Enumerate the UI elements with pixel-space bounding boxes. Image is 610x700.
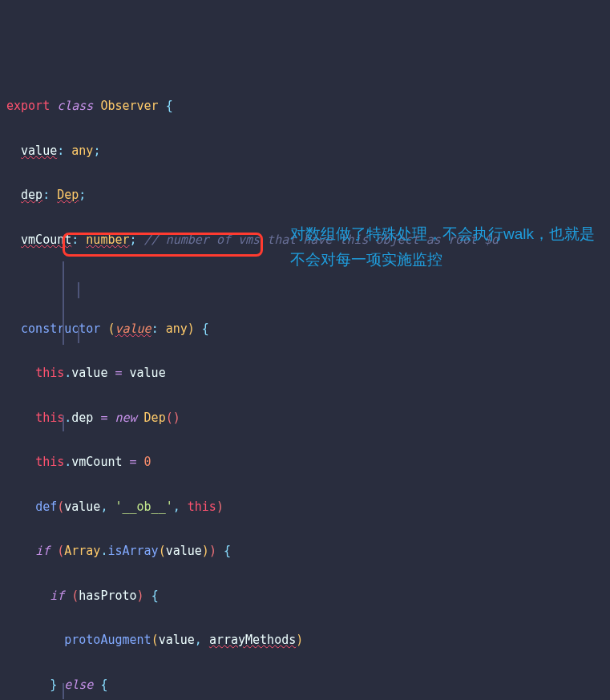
code-line: dep: Dep; xyxy=(6,184,610,207)
code-line xyxy=(6,273,610,296)
code-line: export class Observer { xyxy=(6,95,610,118)
kw-this: this xyxy=(35,455,64,469)
kw-this: this xyxy=(35,366,64,380)
gutter-line-icon xyxy=(78,282,79,298)
code-line: def(value, '__ob__', this) xyxy=(6,496,610,519)
kw-class: class xyxy=(57,99,93,113)
code-line: this.dep = new Dep() xyxy=(6,407,610,430)
gutter-line-icon xyxy=(63,683,64,699)
kw-new: new xyxy=(115,411,136,425)
param-value: value xyxy=(115,322,151,336)
brace: { xyxy=(166,99,173,113)
code-line: if (Array.isArray(value)) { xyxy=(6,540,610,563)
kw-else: else xyxy=(64,678,93,692)
prop-value: value xyxy=(21,144,57,158)
class-name: Observer xyxy=(100,99,158,113)
gutter-line-icon xyxy=(78,327,79,343)
code-line: this.value = value xyxy=(6,362,610,385)
annotation-text: 对数组做了特殊处理，不会执行walk，也就是不会对每一项实施监控 xyxy=(290,221,595,273)
type-any: any xyxy=(71,144,93,158)
code-line: if (hasProto) { xyxy=(6,585,610,608)
fn-protoaugment: protoAugment xyxy=(64,633,151,647)
fn-def: def xyxy=(35,500,57,514)
code-line: constructor (value: any) { xyxy=(6,318,610,341)
code-line: } else { xyxy=(6,674,610,697)
kw-export: export xyxy=(6,99,50,113)
kw-if: if xyxy=(35,544,50,558)
kw-if: if xyxy=(50,589,64,603)
code-line: this.vmCount = 0 xyxy=(6,451,610,474)
code-line: value: any; xyxy=(6,140,610,163)
prop-vmcount: vmCount xyxy=(21,233,71,247)
kw-this: this xyxy=(35,411,64,425)
gutter-line-icon xyxy=(63,261,64,345)
fn-constructor: constructor xyxy=(21,322,100,336)
type-dep: Dep xyxy=(57,188,79,202)
gutter-line-icon xyxy=(63,415,64,431)
string: '__ob__' xyxy=(115,500,172,514)
type-number: number xyxy=(86,233,129,247)
prop-dep: dep xyxy=(21,188,42,202)
type-any: any xyxy=(166,322,188,336)
code-line: protoAugment(value, arrayMethods) xyxy=(6,629,610,652)
